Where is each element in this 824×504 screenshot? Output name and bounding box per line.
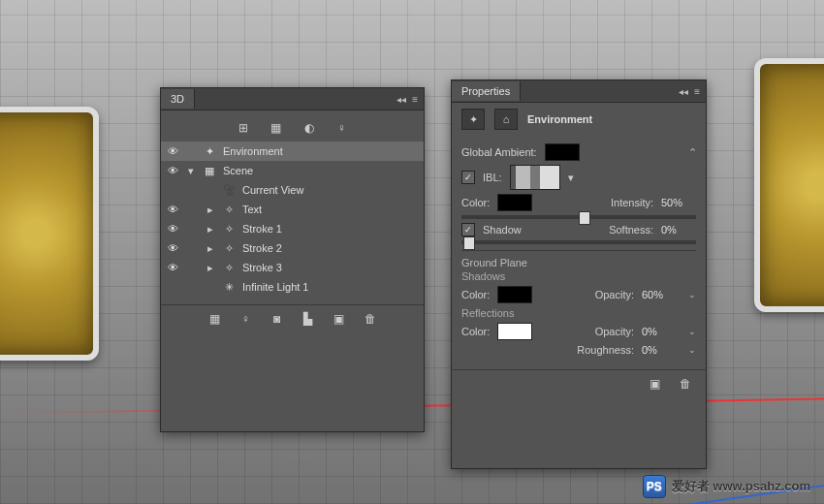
panel-3d-footer: ▦ ♀ ◙ ▙ ▣ 🗑 bbox=[161, 304, 424, 332]
env-subtype-icon[interactable]: ⌂ bbox=[494, 109, 518, 130]
tab-3d[interactable]: 3D bbox=[161, 89, 195, 109]
tree-row-stroke-3[interactable]: 👁▸✧Stroke 3 bbox=[161, 258, 424, 277]
tree-item-label: Infinite Light 1 bbox=[242, 281, 418, 293]
shadows-sublabel: Shadows bbox=[461, 270, 696, 282]
tree-row-stroke-1[interactable]: 👁▸✧Stroke 1 bbox=[161, 219, 424, 238]
softness-label: Softness: bbox=[609, 224, 653, 236]
expand-icon[interactable]: ▸ bbox=[186, 242, 215, 255]
expand-icon[interactable]: ▸ bbox=[186, 223, 215, 236]
softness-slider[interactable] bbox=[461, 240, 696, 244]
tree-item-label: Stroke 3 bbox=[242, 262, 418, 273]
item-type-icon: ✧ bbox=[221, 242, 237, 255]
footer-mesh-icon[interactable]: ▦ bbox=[206, 311, 224, 327]
render-settings-icon[interactable]: ▣ bbox=[646, 376, 663, 392]
intensity-slider[interactable] bbox=[461, 215, 696, 219]
reflections-sublabel: Reflections bbox=[461, 307, 696, 319]
visibility-eye-icon[interactable]: 👁 bbox=[165, 165, 180, 176]
scene-tree: 👁✦Environment👁▾▦Scene🎥Current View👁▸✧Tex… bbox=[161, 142, 424, 297]
item-type-icon: ▦ bbox=[202, 165, 217, 177]
tree-item-label: Stroke 2 bbox=[242, 242, 418, 254]
panel-properties: Properties ◂◂ ≡ ✦ ⌂ Environment Global A… bbox=[451, 79, 707, 469]
global-ambient-swatch[interactable] bbox=[545, 143, 580, 161]
visibility-eye-icon[interactable]: 👁 bbox=[165, 262, 180, 273]
footer-light-icon[interactable]: ♀ bbox=[238, 311, 255, 327]
item-type-icon: ✦ bbox=[202, 145, 217, 158]
ibl-image-swatch[interactable] bbox=[510, 165, 560, 190]
filter-material-icon[interactable]: ◐ bbox=[301, 120, 318, 136]
tree-item-label: Environment bbox=[223, 145, 418, 157]
dropdown-icon[interactable]: ⌄ bbox=[688, 327, 696, 336]
footer-delete-icon[interactable]: 🗑 bbox=[362, 311, 379, 327]
panel-3d-body: ⊞ ▦ ◐ ♀ 👁✦Environment👁▾▦Scene🎥Current Vi… bbox=[161, 110, 424, 336]
item-type-icon: ✧ bbox=[221, 262, 237, 274]
footer-ground-icon[interactable]: ▙ bbox=[300, 311, 317, 327]
panel-menu-icon[interactable]: ≡ bbox=[412, 94, 418, 105]
softness-value[interactable]: 0% bbox=[661, 224, 696, 236]
tree-row-current-view[interactable]: 🎥Current View bbox=[161, 180, 424, 200]
reflections-opacity-value[interactable]: 0% bbox=[642, 326, 677, 337]
roughness-value[interactable]: 0% bbox=[642, 344, 677, 356]
intensity-label: Intensity: bbox=[611, 197, 653, 208]
delete-icon[interactable]: 🗑 bbox=[677, 376, 694, 392]
panel-3d-tabs: 3D ◂◂ ≡ bbox=[161, 88, 424, 110]
item-type-icon: ✳ bbox=[221, 281, 237, 294]
visibility-eye-icon[interactable]: 👁 bbox=[165, 223, 180, 235]
ibl-color-label: Color: bbox=[461, 197, 490, 208]
env-mode-icon[interactable]: ✦ bbox=[461, 109, 485, 130]
visibility-eye-icon[interactable]: 👁 bbox=[165, 242, 180, 254]
reflections-color-swatch[interactable] bbox=[497, 323, 532, 340]
ibl-checkbox[interactable]: ✓ bbox=[461, 171, 475, 184]
shadows-opacity-value[interactable]: 60% bbox=[642, 289, 677, 300]
divider bbox=[461, 250, 696, 251]
expand-icon[interactable]: ▸ bbox=[186, 262, 215, 274]
watermark-logo: PS bbox=[643, 475, 666, 498]
filter-icons-row: ⊞ ▦ ◐ ♀ bbox=[161, 114, 424, 142]
panel-collapse-icon[interactable]: ◂◂ bbox=[679, 86, 688, 97]
watermark-text: 爱好者 www.psahz.com bbox=[672, 478, 810, 495]
panel-menu-icon[interactable]: ≡ bbox=[694, 86, 700, 97]
shadow-label: Shadow bbox=[483, 224, 522, 236]
ibl-label: IBL: bbox=[483, 172, 502, 183]
gold-letter-left bbox=[0, 107, 99, 361]
tree-row-text[interactable]: 👁▸✧Text bbox=[161, 200, 424, 219]
expand-icon[interactable]: ▸ bbox=[186, 204, 215, 216]
shadows-color-label: Color: bbox=[461, 289, 490, 300]
properties-header: ✦ ⌂ Environment bbox=[452, 103, 706, 136]
ibl-color-swatch[interactable] bbox=[497, 194, 532, 211]
ibl-edit-icon[interactable]: ▾ bbox=[568, 172, 574, 184]
tree-row-stroke-2[interactable]: 👁▸✧Stroke 2 bbox=[161, 238, 424, 258]
tree-item-label: Text bbox=[242, 204, 418, 215]
panel-collapse-icon[interactable]: ◂◂ bbox=[396, 94, 406, 105]
properties-heading: Environment bbox=[527, 113, 592, 125]
gold-letter-right bbox=[754, 58, 824, 312]
tree-row-scene[interactable]: 👁▾▦Scene bbox=[161, 161, 424, 180]
panel-3d: 3D ◂◂ ≡ ⊞ ▦ ◐ ♀ 👁✦Environment👁▾▦Scene🎥Cu… bbox=[160, 87, 425, 432]
dropdown-icon[interactable]: ⌄ bbox=[688, 290, 696, 299]
tree-row-environment[interactable]: 👁✦Environment bbox=[161, 142, 424, 161]
footer-camera-icon[interactable]: ◙ bbox=[269, 311, 286, 327]
intensity-value[interactable]: 50% bbox=[661, 197, 696, 208]
shadows-color-swatch[interactable] bbox=[497, 286, 532, 303]
filter-scene-icon[interactable]: ⊞ bbox=[235, 120, 252, 136]
visibility-eye-icon[interactable]: 👁 bbox=[165, 204, 180, 215]
filter-light-icon[interactable]: ♀ bbox=[333, 120, 351, 136]
global-ambient-label: Global Ambient: bbox=[461, 146, 537, 158]
shadows-opacity-label: Opacity: bbox=[595, 289, 634, 300]
section-caret-icon[interactable]: ⌃ bbox=[688, 146, 696, 159]
roughness-label: Roughness: bbox=[577, 344, 634, 356]
filter-mesh-icon[interactable]: ▦ bbox=[268, 120, 285, 136]
watermark: PS 爱好者 www.psahz.com bbox=[643, 475, 810, 498]
tree-row-infinite-light-1[interactable]: ✳Infinite Light 1 bbox=[161, 277, 424, 297]
visibility-eye-icon[interactable]: 👁 bbox=[165, 145, 180, 157]
shadow-checkbox[interactable]: ✓ bbox=[461, 223, 475, 236]
tree-item-label: Current View bbox=[242, 184, 418, 196]
reflections-color-label: Color: bbox=[461, 326, 490, 337]
tree-item-label: Stroke 1 bbox=[242, 223, 418, 235]
tab-properties[interactable]: Properties bbox=[452, 81, 521, 101]
dropdown-icon[interactable]: ⌄ bbox=[688, 345, 696, 355]
expand-icon[interactable]: ▾ bbox=[186, 165, 196, 177]
item-type-icon: ✧ bbox=[221, 204, 237, 216]
panel-properties-footer: ▣ 🗑 bbox=[452, 369, 706, 397]
footer-render-icon[interactable]: ▣ bbox=[331, 311, 348, 327]
reflections-opacity-label: Opacity: bbox=[595, 326, 634, 337]
